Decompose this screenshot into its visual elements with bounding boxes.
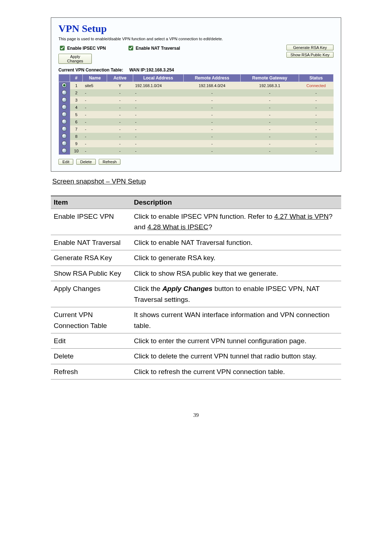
table-row: 8------ — [59, 133, 334, 140]
cell-active: - — [107, 133, 133, 140]
row-radio[interactable] — [62, 126, 67, 131]
cell-active: - — [107, 126, 133, 133]
table-row: 10------ — [59, 147, 334, 155]
enable-ipsec-checkbox[interactable]: Enable IPSEC VPN — [58, 45, 106, 52]
vpn-connection-table: # Name Active Local Address Remote Addre… — [58, 74, 334, 155]
edit-button[interactable]: Edit — [58, 159, 73, 165]
desc-text: Click to refresh the current VPN connect… — [131, 364, 341, 379]
enable-ipsec-input[interactable] — [60, 46, 65, 50]
table-row: 6------ — [59, 118, 334, 126]
table-row: 3------ — [59, 97, 334, 104]
cell-rgw: - — [241, 140, 299, 147]
col-num: # — [70, 74, 83, 82]
cell-name: - — [83, 147, 107, 155]
generate-rsa-button[interactable]: Generate RSA Key — [286, 45, 334, 50]
row-radio[interactable] — [62, 97, 67, 102]
row-radio[interactable] — [62, 90, 67, 95]
table-row: 9------ — [59, 140, 334, 147]
cell-name: - — [83, 133, 107, 140]
desc-text: Click to enable NAT Traversal function. — [131, 235, 341, 250]
cell-n: 2 — [70, 89, 83, 97]
row-radio[interactable] — [62, 141, 67, 146]
refresh-button[interactable]: Refresh — [99, 159, 121, 165]
cell-laddr: 192.168.1.0/24 — [133, 82, 183, 90]
cell-n: 7 — [70, 126, 83, 133]
cell-name: - — [83, 126, 107, 133]
delete-button[interactable]: Delete — [76, 159, 96, 165]
cell-rgw: - — [241, 147, 299, 155]
cell-n: 6 — [70, 118, 83, 126]
desc-item: Refresh — [51, 364, 131, 379]
row-radio[interactable] — [62, 148, 67, 153]
cell-raddr: - — [183, 133, 241, 140]
cell-raddr: - — [183, 126, 241, 133]
cell-rgw: - — [241, 89, 299, 97]
cell-n: 1 — [70, 82, 83, 90]
cell-rgw: - — [241, 133, 299, 140]
cell-rgw: - — [241, 126, 299, 133]
enable-nat-input[interactable] — [128, 46, 133, 50]
apply-changes-button[interactable]: Apply Changes — [58, 54, 92, 64]
desc-text: Click to enable IPSEC VPN function. Refe… — [131, 209, 341, 235]
cell-name: - — [83, 97, 107, 104]
desc-text: It shows current WAN interface informati… — [131, 307, 341, 333]
cell-rgw: - — [241, 104, 299, 111]
row-radio[interactable] — [62, 119, 67, 124]
desc-text: Click to generate RSA key. — [131, 250, 341, 266]
cell-name: - — [83, 89, 107, 97]
screenshot-caption: Screen snapshot – VPN Setup — [52, 177, 341, 185]
desc-text: Click to delete the current VPN tunnel t… — [131, 349, 341, 364]
cell-raddr: - — [183, 104, 241, 111]
enable-ipsec-label: Enable IPSEC VPN — [67, 46, 106, 51]
cell-name: - — [83, 118, 107, 126]
cell-raddr: - — [183, 89, 241, 97]
table-row: 1site5Y192.168.1.0/24192.168.4.0/24192.1… — [59, 82, 334, 90]
vpn-desc: This page is used to enable/disable VPN … — [58, 37, 334, 41]
cell-name: site5 — [83, 82, 107, 90]
cell-status: Connected — [299, 82, 333, 90]
cell-n: 5 — [70, 111, 83, 118]
enable-nat-label: Enable NAT Traversal — [136, 46, 180, 51]
cell-raddr: 192.168.4.0/24 — [183, 82, 241, 90]
row-radio[interactable] — [62, 112, 67, 117]
cell-raddr: - — [183, 97, 241, 104]
cell-status: - — [299, 133, 333, 140]
cell-n: 10 — [70, 147, 83, 155]
show-rsa-button[interactable]: Show RSA Public Key — [286, 52, 334, 58]
col-status: Status — [299, 74, 333, 82]
cell-rgw: - — [241, 118, 299, 126]
cell-active: - — [107, 111, 133, 118]
desc-row: Enable NAT TraversalClick to enable NAT … — [51, 235, 341, 250]
row-radio[interactable] — [62, 83, 67, 88]
cell-active: - — [107, 97, 133, 104]
desc-item: Enable NAT Traversal — [51, 235, 131, 250]
desc-row: Apply ChangesClick the Apply Changes but… — [51, 281, 341, 307]
table-row: 4------ — [59, 104, 334, 111]
cell-n: 3 — [70, 97, 83, 104]
cell-laddr: - — [133, 133, 183, 140]
table-row: 2------ — [59, 89, 334, 97]
cell-raddr: - — [183, 111, 241, 118]
row-radio[interactable] — [62, 104, 67, 110]
enable-nat-checkbox[interactable]: Enable NAT Traversal — [127, 45, 180, 52]
desc-text: Click to show RSA public key that we gen… — [131, 266, 341, 281]
cell-status: - — [299, 111, 333, 118]
row-radio[interactable] — [62, 134, 67, 139]
cell-laddr: - — [133, 118, 183, 126]
col-raddr: Remote Address — [183, 74, 241, 82]
desc-item: Show RSA Public Key — [51, 266, 131, 281]
desc-text: Click the Apply Changes button to enable… — [131, 281, 341, 307]
desc-header-item: Item — [51, 196, 131, 209]
desc-text: Click to enter the current VPN tunnel co… — [131, 333, 341, 348]
desc-header-desc: Description — [131, 196, 341, 209]
desc-item: Edit — [51, 333, 131, 348]
cell-raddr: - — [183, 147, 241, 155]
col-rgw: Remote Gateway — [241, 74, 299, 82]
col-active: Active — [107, 74, 133, 82]
cell-status: - — [299, 97, 333, 104]
cell-active: Y — [107, 82, 133, 90]
wan-ip-label: WAN IP:192.168.3.254 — [129, 67, 174, 73]
cell-laddr: - — [133, 97, 183, 104]
cell-laddr: - — [133, 147, 183, 155]
cell-status: - — [299, 89, 333, 97]
